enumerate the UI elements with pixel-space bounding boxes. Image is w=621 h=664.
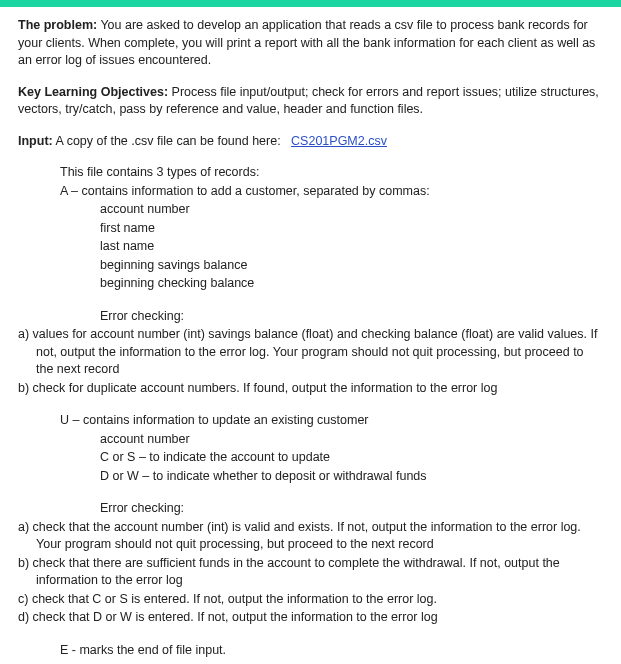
record-u-error: a) check that the account number (int) i… (18, 519, 603, 554)
record-u-field: C or S – to indicate the account to upda… (18, 449, 603, 467)
spacer (18, 660, 603, 664)
top-accent-bar (0, 0, 621, 7)
record-a-head: A – contains information to add a custom… (18, 183, 603, 201)
record-a-error-head: Error checking: (18, 308, 603, 326)
record-u-field: D or W – to indicate whether to deposit … (18, 468, 603, 486)
csv-link[interactable]: CS201PGM2.csv (291, 134, 387, 148)
input-lead: A copy of the .csv file can be found her… (56, 134, 281, 148)
objectives-paragraph: Key Learning Objectives: Process file in… (18, 84, 603, 119)
spacer (18, 628, 603, 642)
record-u-field: account number (18, 431, 603, 449)
record-u-error: d) check that D or W is entered. If not,… (18, 609, 603, 627)
record-a-field: account number (18, 201, 603, 219)
record-a-error: b) check for duplicate account numbers. … (18, 380, 603, 398)
record-u-error-head: Error checking: (18, 500, 603, 518)
records-intro: This file contains 3 types of records: (18, 164, 603, 182)
record-a-field: last name (18, 238, 603, 256)
input-paragraph: Input: A copy of the .csv file can be fo… (18, 133, 603, 151)
document-body: The problem: You are asked to develop an… (0, 7, 621, 664)
record-a-field: first name (18, 220, 603, 238)
record-a-error: a) values for account number (int) savin… (18, 326, 603, 379)
record-a-field: beginning savings balance (18, 257, 603, 275)
objectives-label: Key Learning Objectives: (18, 85, 168, 99)
record-u-error: b) check that there are sufficient funds… (18, 555, 603, 590)
problem-text: You are asked to develop an application … (18, 18, 595, 67)
record-a-field: beginning checking balance (18, 275, 603, 293)
record-u-head: U – contains information to update an ex… (18, 412, 603, 430)
problem-paragraph: The problem: You are asked to develop an… (18, 17, 603, 70)
records-block: This file contains 3 types of records: A… (18, 164, 603, 659)
problem-label: The problem: (18, 18, 97, 32)
record-e: E - marks the end of file input. (18, 642, 603, 660)
spacer (18, 398, 603, 412)
record-u-error: c) check that C or S is entered. If not,… (18, 591, 603, 609)
spacer (18, 486, 603, 500)
input-label: Input: (18, 134, 53, 148)
spacer (18, 294, 603, 308)
